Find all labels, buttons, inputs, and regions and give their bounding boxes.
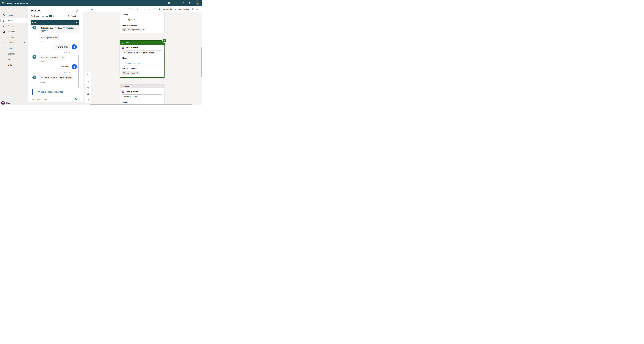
bot-icon[interactable]: [168, 2, 170, 5]
canvas-horizontal-scrollbar[interactable]: [90, 104, 192, 105]
node-header[interactable]: Question: [120, 84, 164, 88]
node-header[interactable]: Question: [120, 40, 164, 45]
reset-button[interactable]: Reset: [68, 15, 76, 17]
flag-icon[interactable]: [174, 2, 177, 5]
chat-header: Chat: [31, 20, 79, 25]
sidebar-item-label: Details: [8, 47, 14, 49]
user-message-group: Microsoft Just now: [31, 64, 79, 73]
sidebar-item-label: Home: [8, 14, 12, 16]
sidebar-item-label: Topics: [8, 20, 14, 22]
chevron-up-icon[interactable]: [24, 42, 26, 44]
user-avatar-icon: [72, 44, 77, 50]
user-message-bubble: Jeff Zhang (PVA): [53, 44, 70, 50]
identify-label: Identify: [122, 102, 128, 104]
track-between-topics-label: Track between topics: [31, 15, 48, 17]
send-icon[interactable]: [75, 98, 78, 101]
sidebar-item-home[interactable]: Home: [0, 12, 28, 18]
redo-icon[interactable]: [153, 8, 156, 10]
sidebar-item-analytics[interactable]: Analytics: [0, 29, 28, 34]
track-between-topics-toggle[interactable]: [49, 15, 54, 17]
sidebar-item-entities[interactable]: Entities: [0, 23, 28, 29]
node-title: Question: [122, 85, 129, 87]
topic-editor-canvas: demo Discard changes: [83, 6, 202, 106]
account-avatar[interactable]: [196, 1, 200, 6]
sidebar-item-label: Analytics: [8, 31, 15, 33]
ask-question-row: Ask a question: [122, 90, 138, 93]
sidebar-item-label: Channels: [8, 53, 16, 55]
collapse-menu-icon[interactable]: [2, 8, 5, 10]
sidebar-item-channels[interactable]: Channels: [0, 51, 28, 56]
undo-icon[interactable]: [148, 8, 150, 10]
save-response-label: Save response as: [122, 24, 137, 26]
save-label: Save: [195, 8, 199, 10]
variables-token-label: {x}: [87, 99, 89, 101]
variables-button[interactable]: {x}: [85, 97, 91, 103]
suggested-action-button[interactable]: PRINCIPAL PROGRAM MANAGER: [32, 89, 69, 95]
bot-message-bubble: What company you work for?: [39, 55, 66, 60]
topic-details-button[interactable]: Topic details: [158, 8, 172, 10]
analytics-icon: [2, 30, 5, 33]
topic-details-label: Topic details: [162, 8, 172, 10]
sidebar-item-publish[interactable]: Publish: [0, 34, 28, 40]
zoom-in-button[interactable]: [85, 72, 91, 78]
zoom-out-button[interactable]: [85, 85, 91, 91]
chat-messages: 4e0dd68a-f9bb-47b7-9ccb-77566af3b67f is …: [31, 25, 79, 88]
sidebar-item-security[interactable]: Security: [0, 56, 28, 62]
sidebar-item-manage[interactable]: Manage: [0, 40, 28, 46]
more-options-icon[interactable]: [78, 15, 80, 17]
sidebar-item-details[interactable]: Details: [0, 46, 28, 51]
chat-flag-icon[interactable]: [76, 22, 78, 24]
top-bar-actions: [168, 1, 202, 6]
chat-message-input[interactable]: [31, 98, 75, 100]
variable-token-icon: {x}: [122, 28, 126, 32]
hide-bot-button[interactable]: Hide bot: [1, 101, 13, 104]
ask-question-row: Ask a question: [122, 46, 138, 49]
topic-checker-label: Topic checker: [178, 8, 189, 10]
help-icon[interactable]: [188, 2, 191, 5]
variable-chip[interactable]: {x} Var2 (organization): [122, 28, 146, 32]
bot-message-group: What company you work for? Just now: [31, 55, 79, 62]
message-timestamp: Just now: [39, 81, 79, 83]
chevron-right-icon: [159, 62, 161, 64]
variable-chip[interactable]: {x} Var4 (text): [122, 71, 140, 75]
entity-icon: [124, 62, 126, 64]
user-message-group: Jeff Zhang (PVA) Just now: [31, 44, 79, 53]
question-text-input[interactable]: What's your email?: [122, 94, 162, 99]
identify-entity-select[interactable]: User's entire response: [122, 61, 162, 66]
sidebar-item-topics[interactable]: Topics: [0, 18, 28, 23]
entity-icon: [123, 18, 126, 21]
chat-scrollbar[interactable]: [78, 55, 79, 88]
edit-pencil-icon[interactable]: [136, 72, 138, 74]
minimap-button[interactable]: [85, 91, 91, 97]
close-icon[interactable]: [76, 10, 78, 12]
message-timestamp: Just now: [39, 61, 79, 62]
info-icon: [158, 8, 161, 10]
bot-avatar-icon: [32, 55, 36, 59]
publish-icon: [2, 36, 5, 39]
editor-toolbar: demo Discard changes: [83, 6, 202, 12]
top-bar: Power Virtual Agents |: [0, 0, 202, 6]
node-more-options-icon[interactable]: [161, 85, 163, 88]
node-question-job-title-selected[interactable]: Question Ask a question Would you tell m…: [120, 40, 165, 78]
message-timestamp: Just now: [31, 52, 70, 53]
edit-pencil-icon[interactable]: [142, 29, 144, 31]
topic-checker-button[interactable]: Topic checker: [174, 8, 189, 10]
node-question-email[interactable]: Question Ask a question What's your emai…: [120, 84, 164, 106]
node-question-organization[interactable]: Identify Organization Save response as {…: [120, 12, 164, 33]
discard-changes-button[interactable]: Discard changes: [128, 8, 145, 10]
save-button[interactable]: Save: [192, 8, 199, 10]
variable-name: Var2: [127, 29, 130, 31]
center-canvas-button[interactable]: [85, 78, 91, 85]
page-vertical-scrollbar[interactable]: [201, 47, 202, 78]
identify-entity-select[interactable]: Organization: [122, 17, 162, 22]
app-launcher-icon[interactable]: [2, 2, 5, 5]
message-timestamp: Just now: [39, 41, 79, 43]
question-text-input[interactable]: Would you tell me your job title please?: [122, 50, 162, 55]
settings-gear-icon[interactable]: [181, 2, 184, 5]
sidebar-item-skills[interactable]: Skills: [0, 62, 28, 68]
center-target-icon: [87, 80, 89, 83]
user-avatar-icon: [72, 64, 77, 69]
stethoscope-icon: [174, 8, 177, 10]
sidebar-item-label: Manage: [8, 42, 14, 44]
bot-message-bubble: What is your name?: [39, 35, 58, 40]
